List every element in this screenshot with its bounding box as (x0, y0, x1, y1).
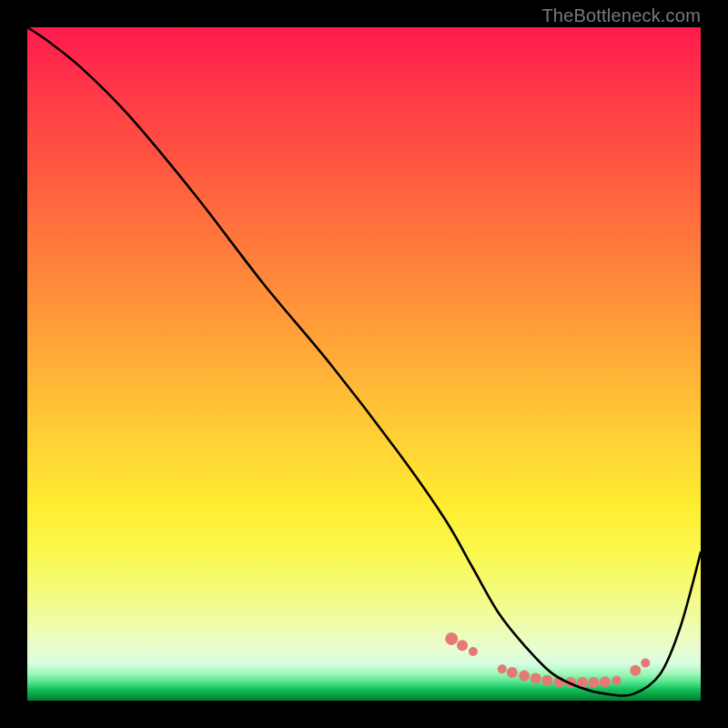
marker-dot (541, 675, 552, 686)
marker-group (445, 632, 650, 688)
plot-area (27, 27, 701, 701)
marker-dot (457, 640, 468, 651)
marker-dot (507, 667, 518, 678)
marker-dot (445, 632, 458, 645)
marker-dot (600, 676, 611, 687)
marker-dot (641, 659, 650, 668)
chart-svg (27, 27, 701, 701)
marker-dot (612, 676, 622, 685)
marker-dot (519, 671, 530, 682)
marker-dot (588, 677, 599, 688)
watermark-text: TheBottleneck.com (541, 5, 701, 26)
marker-dot (531, 673, 541, 684)
marker-dot (498, 664, 507, 673)
marker-dot (469, 647, 478, 656)
bottleneck-curve (27, 27, 701, 696)
chart-frame: TheBottleneck.com (0, 0, 728, 728)
marker-dot (630, 665, 641, 676)
